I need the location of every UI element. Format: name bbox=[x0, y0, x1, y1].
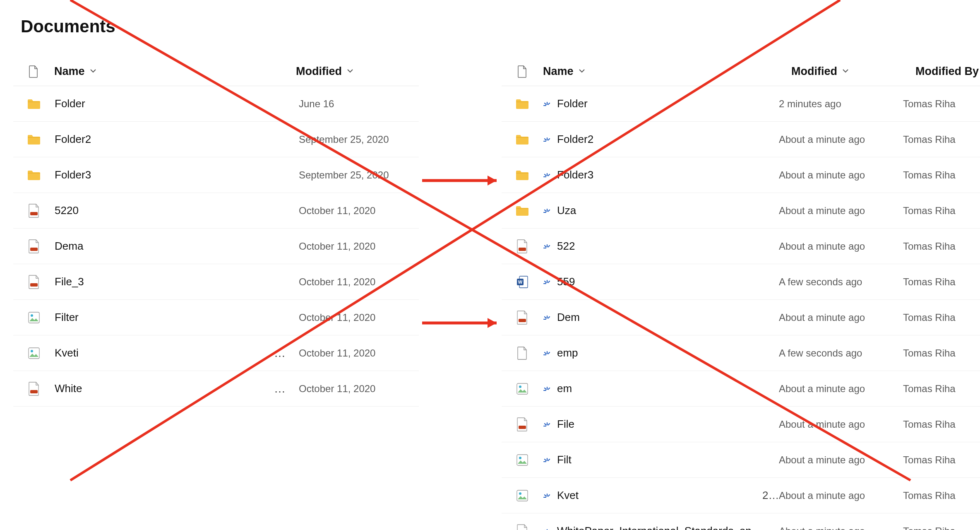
item-name[interactable]: File bbox=[543, 418, 762, 431]
item-name[interactable]: Filt bbox=[543, 453, 762, 466]
item-name[interactable]: Folder bbox=[543, 97, 762, 110]
list-item[interactable]: empA few seconds agoTomas Riha bbox=[502, 335, 980, 371]
list-item[interactable]: FilterOctober 11, 2020 bbox=[13, 300, 419, 335]
item-name[interactable]: em bbox=[543, 382, 762, 395]
new-item-badge-icon bbox=[543, 313, 551, 322]
folder-icon bbox=[502, 169, 543, 181]
folder-icon bbox=[502, 98, 543, 110]
svg-rect-45 bbox=[517, 383, 528, 394]
modified-date: About a minute ago bbox=[779, 169, 903, 181]
overflow-menu[interactable]: … bbox=[270, 382, 299, 395]
list-item[interactable]: Folder2September 25, 2020 bbox=[13, 122, 419, 157]
svg-point-6 bbox=[31, 350, 33, 352]
image-icon bbox=[13, 311, 55, 324]
item-name-label: 522 bbox=[557, 240, 575, 253]
modified-date: About a minute ago bbox=[779, 383, 903, 395]
svg-rect-62 bbox=[517, 490, 528, 501]
list-item[interactable]: Folder2 minutes agoTomas Riha bbox=[502, 86, 980, 122]
svg-line-54 bbox=[545, 424, 546, 425]
svg-line-11 bbox=[548, 103, 550, 105]
list-item[interactable]: Folder2About a minute agoTomas Riha bbox=[502, 122, 980, 157]
svg-line-49 bbox=[545, 388, 546, 390]
chevron-down-icon bbox=[578, 65, 586, 78]
modified-date: A few seconds ago bbox=[779, 347, 903, 359]
item-name[interactable]: Filter bbox=[55, 311, 270, 324]
item-name[interactable]: Folder2 bbox=[55, 133, 270, 146]
list-item[interactable]: FileAbout a minute agoTomas Riha bbox=[502, 407, 980, 442]
new-item-badge-icon bbox=[543, 100, 551, 108]
list-item[interactable]: 5220October 11, 2020 bbox=[13, 193, 419, 229]
item-name[interactable]: WhitePaper_International_Standards_on bbox=[543, 525, 762, 530]
modified-date: About a minute ago bbox=[779, 312, 903, 323]
file-icon bbox=[502, 347, 543, 360]
chevron-down-icon bbox=[346, 65, 354, 78]
item-name[interactable]: White bbox=[55, 382, 270, 395]
item-name[interactable]: 5220 bbox=[55, 204, 270, 217]
modified-by-column-header[interactable]: Modified By bbox=[915, 65, 979, 78]
svg-line-23 bbox=[548, 210, 550, 212]
item-name[interactable]: Folder bbox=[55, 97, 270, 110]
file-type-column-header[interactable] bbox=[13, 65, 54, 78]
item-name[interactable]: File_3 bbox=[55, 275, 270, 288]
item-name[interactable]: Uza bbox=[543, 204, 762, 217]
svg-line-27 bbox=[545, 246, 546, 247]
item-name[interactable]: 522 bbox=[543, 240, 762, 253]
source-list: Name Modified FolderJune 16 Folder2Septe… bbox=[13, 57, 419, 530]
item-name[interactable]: emp bbox=[543, 347, 762, 359]
name-column-label: Name bbox=[54, 65, 85, 78]
svg-line-10 bbox=[545, 103, 546, 105]
item-name[interactable]: Kvet bbox=[543, 489, 762, 502]
list-item[interactable]: DemAbout a minute agoTomas Riha bbox=[502, 300, 980, 335]
list-item[interactable]: White…October 11, 2020 bbox=[13, 371, 419, 407]
list-item[interactable]: 522About a minute agoTomas Riha bbox=[502, 229, 980, 264]
name-column-header[interactable]: Name bbox=[54, 65, 296, 78]
new-item-badge-icon bbox=[543, 385, 551, 393]
list-item[interactable]: emAbout a minute agoTomas Riha bbox=[502, 371, 980, 407]
item-name[interactable]: Folder2 bbox=[543, 133, 762, 146]
pdf-icon bbox=[13, 275, 55, 289]
modified-date: About a minute ago bbox=[779, 490, 903, 501]
item-name-label: Folder2 bbox=[55, 133, 91, 146]
modified-date: About a minute ago bbox=[779, 205, 903, 217]
list-item[interactable]: Kveti…October 11, 2020 bbox=[13, 335, 419, 371]
pdf-icon bbox=[502, 311, 543, 325]
list-item[interactable]: UzaAbout a minute agoTomas Riha bbox=[502, 193, 980, 229]
svg-line-19 bbox=[548, 174, 550, 176]
svg-rect-24 bbox=[519, 248, 526, 251]
file-type-column-header[interactable] bbox=[502, 65, 543, 78]
svg-rect-51 bbox=[519, 426, 526, 429]
list-item[interactable]: File_3October 11, 2020 bbox=[13, 264, 419, 300]
list-item[interactable]: WhitePaper_International_Standards_onAbo… bbox=[502, 513, 980, 530]
list-item[interactable]: Folder3September 25, 2020 bbox=[13, 157, 419, 193]
item-name[interactable]: Folder3 bbox=[543, 169, 762, 181]
modified-by: Tomas Riha bbox=[903, 454, 956, 466]
page-title: Documents bbox=[21, 17, 980, 36]
list-item[interactable]: Kvet2…About a minute agoTomas Riha bbox=[502, 478, 980, 513]
modified-column-header[interactable]: Modified bbox=[791, 65, 915, 78]
svg-rect-0 bbox=[30, 212, 38, 215]
list-item[interactable]: Folder3About a minute agoTomas Riha bbox=[502, 157, 980, 193]
file-icon bbox=[517, 65, 527, 78]
name-column-header[interactable]: Name bbox=[543, 65, 775, 78]
modified-by: Tomas Riha bbox=[903, 241, 956, 252]
pdf-icon bbox=[13, 239, 55, 253]
modified-by: Tomas Riha bbox=[903, 490, 956, 501]
item-name[interactable]: Folder3 bbox=[55, 169, 270, 181]
list-item[interactable]: DemaOctober 11, 2020 bbox=[13, 229, 419, 264]
list-item[interactable]: FolderJune 16 bbox=[13, 86, 419, 122]
folder-icon bbox=[502, 205, 543, 217]
folder-icon bbox=[13, 98, 55, 110]
new-item-badge-icon bbox=[543, 207, 551, 215]
item-name[interactable]: Kveti bbox=[55, 347, 270, 359]
item-name[interactable]: Dem bbox=[543, 311, 762, 324]
overflow-menu[interactable]: 2… bbox=[762, 489, 779, 502]
item-name[interactable]: 559 bbox=[543, 275, 762, 288]
list-item[interactable]: W 559A few seconds agoTomas Riha bbox=[502, 264, 980, 300]
item-name[interactable]: Dema bbox=[55, 240, 270, 253]
overflow-menu[interactable]: … bbox=[270, 347, 299, 360]
list-item[interactable]: FiltAbout a minute agoTomas Riha bbox=[502, 442, 980, 478]
modified-by: Tomas Riha bbox=[903, 419, 956, 430]
modified-column-header[interactable]: Modified bbox=[296, 65, 419, 78]
item-name-label: File bbox=[557, 418, 574, 431]
chevron-down-icon bbox=[841, 65, 850, 78]
